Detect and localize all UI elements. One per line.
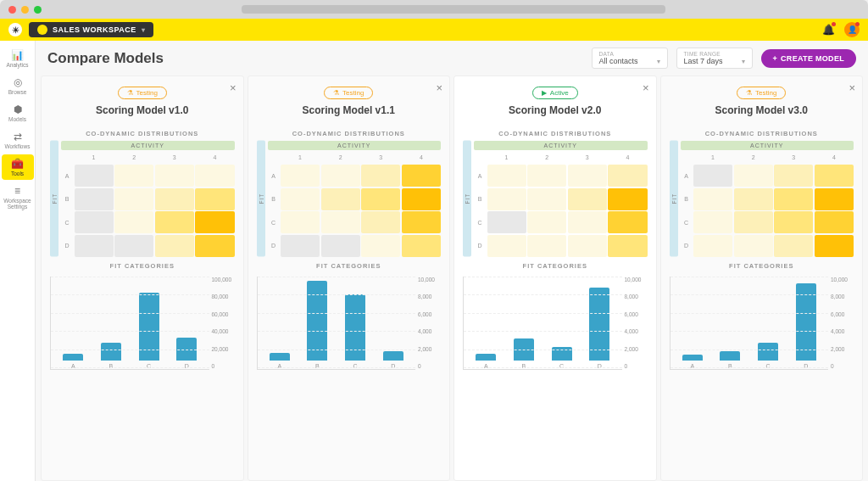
status-badge: ⚗Testing	[324, 87, 373, 99]
plus-icon: +	[773, 54, 778, 63]
y-tick: 0	[212, 363, 235, 369]
heatmap-cell	[155, 211, 194, 233]
window-max-dot[interactable]	[34, 6, 42, 14]
heatmap-col-label: 4	[195, 152, 234, 164]
heatmap-cell	[487, 165, 526, 187]
heatmap-row-label: C	[681, 211, 693, 233]
heatmap-cell	[75, 165, 114, 187]
sidebar-item-workspace-settings[interactable]: ≡Workspace Settings	[2, 182, 34, 213]
data-filter[interactable]: DATA All contacts▾	[592, 48, 668, 69]
bar-x-label: C	[559, 363, 564, 369]
bar-x-label: A	[484, 363, 488, 369]
bar	[270, 353, 290, 361]
heatmap-col-label: 1	[75, 152, 114, 164]
window-close-dot[interactable]	[8, 6, 16, 14]
close-icon[interactable]: ×	[643, 81, 649, 94]
fit-axis-label: FIT	[50, 141, 58, 257]
bar-column: A	[470, 354, 501, 369]
heatmap-cell	[734, 165, 773, 187]
sidebar-item-analytics[interactable]: 📊Analytics	[2, 46, 34, 71]
page-title: Compare Models	[47, 50, 583, 67]
bar-column: B	[96, 343, 126, 369]
heatmap-col-label: 2	[734, 152, 773, 164]
heatmap-cell	[281, 235, 320, 257]
heatmap-row-label: A	[474, 165, 486, 187]
heatmap-col-label: 2	[527, 152, 566, 164]
close-icon[interactable]: ×	[230, 81, 236, 94]
filter-value: All contacts	[599, 57, 638, 65]
bar-column: C	[340, 294, 370, 369]
y-tick: 8,000	[831, 294, 854, 299]
heatmap-cell	[774, 211, 813, 233]
time-filter[interactable]: TIME RANGE Last 7 days▾	[676, 48, 753, 69]
heatmap-row-label: C	[61, 211, 73, 233]
y-tick: 2,000	[418, 346, 441, 352]
heatmap-cell	[568, 165, 607, 187]
heatmap-col-label: 4	[608, 152, 647, 164]
bar-column: B	[715, 351, 746, 369]
activity-axis-label: ACTIVITY	[268, 141, 442, 150]
chevron-down-icon: ▾	[657, 58, 660, 65]
bar	[758, 343, 778, 361]
bar	[476, 354, 496, 361]
heatmap-col-label: 4	[402, 152, 441, 164]
bar-x-label: B	[522, 363, 526, 369]
y-tick: 60,000	[212, 311, 235, 317]
heatmap-cell	[321, 165, 360, 187]
status-label: Testing	[755, 89, 776, 97]
workspace-selector[interactable]: SALES WORKSPACE ▾	[29, 22, 153, 37]
sidebar-icon: 🧰	[2, 158, 34, 170]
status-label: Testing	[136, 89, 158, 97]
bars-title: FIT CATEGORIES	[50, 262, 235, 270]
window-min-dot[interactable]	[21, 6, 29, 14]
sidebar-item-browse[interactable]: ◎Browse	[2, 73, 34, 98]
heatmap-row-label: B	[681, 188, 693, 210]
heatmap-cell	[487, 211, 526, 233]
bar-x-label: D	[804, 363, 808, 369]
brand-logo-icon[interactable]: ☀	[8, 23, 22, 36]
heatmap-cell	[527, 235, 566, 257]
close-icon[interactable]: ×	[436, 81, 442, 94]
create-model-button[interactable]: + CREATE MODEL	[761, 49, 857, 68]
activity-axis-label: ACTIVITY	[681, 141, 854, 150]
user-avatar[interactable]: 👤	[844, 22, 860, 37]
status-label: Active	[550, 89, 569, 97]
heatmap-cell	[568, 188, 607, 210]
sidebar: 📊Analytics◎Browse⬢Models⇄Workflows🧰Tools…	[0, 41, 36, 481]
workspace-icon	[37, 25, 47, 35]
sidebar-item-models[interactable]: ⬢Models	[2, 100, 34, 126]
sidebar-item-workflows[interactable]: ⇄Workflows	[2, 127, 34, 153]
sidebar-item-tools[interactable]: 🧰Tools	[2, 154, 34, 180]
status-icon: ▶	[542, 89, 547, 97]
bar-x-label: A	[277, 363, 281, 369]
bar	[139, 293, 159, 361]
bar-x-label: C	[766, 363, 771, 369]
sidebar-label: Tools	[11, 171, 24, 176]
model-card: × ▶Active Scoring Model v2.0 CO-DYNAMIC …	[453, 76, 657, 481]
bar-column: C	[134, 293, 164, 369]
heatmap-cell	[195, 235, 234, 257]
filter-value: Last 7 days	[684, 57, 723, 65]
heatmap-cell	[693, 235, 732, 257]
model-card: × ⚗Testing Scoring Model v1.1 CO-DYNAMIC…	[248, 76, 451, 481]
bars-title: FIT CATEGORIES	[463, 262, 648, 270]
y-tick: 0	[625, 363, 648, 369]
heatmap-cell	[487, 188, 526, 210]
browser-chrome	[0, 0, 868, 19]
bar	[514, 338, 534, 361]
heatmap-cell	[608, 165, 647, 187]
heatmap-cell	[774, 188, 813, 210]
heatmap-col-label: 1	[281, 152, 320, 164]
heatmap-cell	[321, 188, 360, 210]
bar-x-label: D	[185, 363, 189, 369]
url-bar[interactable]	[242, 5, 665, 14]
bar	[345, 294, 365, 361]
y-tick: 4,000	[831, 328, 854, 334]
bar-x-label: B	[315, 363, 320, 369]
bar	[589, 288, 609, 361]
notifications-icon[interactable]	[821, 22, 836, 37]
heatmap-cell	[734, 235, 773, 257]
close-icon[interactable]: ×	[849, 81, 855, 94]
model-cards-row: × ⚗Testing Scoring Model v1.0 CO-DYNAMIC…	[36, 76, 868, 481]
bar	[176, 338, 197, 361]
